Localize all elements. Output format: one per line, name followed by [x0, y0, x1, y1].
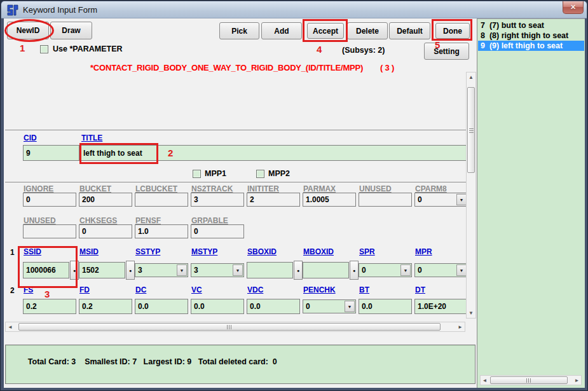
- pick-button[interactable]: Pick: [219, 22, 259, 39]
- mstyp-header-link[interactable]: MSTYP: [191, 247, 217, 256]
- form-horizontal-scrollbar[interactable]: ◄ ►: [5, 322, 465, 332]
- grpable-input[interactable]: [191, 224, 244, 238]
- chksegs-input[interactable]: [79, 224, 132, 238]
- mboxid-header-link[interactable]: MBOXID: [303, 247, 334, 256]
- pensf-header-link[interactable]: PENSF: [135, 216, 161, 225]
- fd-header-link[interactable]: FD: [79, 285, 90, 294]
- ignore-input[interactable]: [23, 193, 76, 207]
- inititer-header-link[interactable]: INITITER: [247, 184, 279, 193]
- done-button[interactable]: Done: [435, 23, 470, 39]
- scroll-right-icon[interactable]: ►: [456, 322, 465, 331]
- unused-header-link[interactable]: UNUSED: [359, 184, 392, 193]
- vdc-header-link[interactable]: VDC: [247, 285, 263, 294]
- pensf-input[interactable]: [135, 224, 188, 238]
- title-input[interactable]: [80, 145, 467, 161]
- sboxid-pick-dot-button[interactable]: ●: [294, 261, 303, 280]
- mstyp-dropdown[interactable]: 3 ▼: [191, 263, 244, 277]
- chevron-down-icon[interactable]: ▼: [400, 264, 411, 276]
- newid-button[interactable]: NewID: [7, 22, 49, 39]
- scroll-up-icon[interactable]: ▲: [467, 72, 475, 82]
- inititer-input[interactable]: [247, 193, 300, 207]
- mpp2-checkbox[interactable]: [256, 170, 264, 178]
- ignore-header-link[interactable]: IGNORE: [24, 184, 53, 193]
- unused2-input[interactable]: [23, 224, 76, 238]
- bt-header-link[interactable]: BT: [359, 285, 369, 294]
- cparm8-dropdown[interactable]: 0 ▼: [414, 193, 468, 207]
- sboxid-header-link[interactable]: SBOXID: [247, 247, 277, 256]
- fs-input[interactable]: [23, 299, 76, 314]
- ssid-header-link[interactable]: SSID: [24, 247, 41, 256]
- mpr-header-link[interactable]: MPR: [415, 247, 432, 256]
- bucket-header-link[interactable]: BUCKET: [79, 184, 111, 193]
- chevron-down-icon[interactable]: ▼: [233, 264, 243, 276]
- dc-input[interactable]: [135, 299, 188, 314]
- ssid-pick-dot-button[interactable]: ●: [70, 261, 79, 280]
- ns2track-input[interactable]: [191, 193, 244, 207]
- chksegs-header-link[interactable]: CHKSEGS: [79, 216, 117, 225]
- msid-input[interactable]: [79, 262, 125, 278]
- sstyp-dropdown[interactable]: 3 ▼: [135, 263, 188, 277]
- close-button[interactable]: ✕: [563, 1, 584, 14]
- mpp1-checkbox[interactable]: [193, 170, 201, 178]
- ns2track-header-link[interactable]: NS2TRACK: [191, 184, 233, 193]
- vdc-input[interactable]: [247, 299, 300, 314]
- unused-input[interactable]: [359, 193, 412, 207]
- spr-header-link[interactable]: SPR: [359, 247, 375, 256]
- default-button[interactable]: Default: [389, 22, 430, 39]
- list-horizontal-scrollbar[interactable]: ◄ ►: [480, 375, 582, 385]
- spr-dropdown[interactable]: 0 ▼: [359, 263, 412, 277]
- chevron-down-icon[interactable]: ▼: [456, 194, 467, 205]
- chevron-down-icon[interactable]: ▼: [177, 264, 187, 276]
- horizontal-scroll-thumb[interactable]: [18, 323, 441, 331]
- msid-pick-dot-button[interactable]: ●: [126, 261, 135, 280]
- unused2-header-link[interactable]: UNUSED: [24, 216, 56, 225]
- setting-button[interactable]: Setting: [424, 43, 469, 60]
- lcbucket-header-link[interactable]: LCBUCKET: [135, 184, 177, 193]
- grpable-header-link[interactable]: GRPABLE: [191, 216, 228, 225]
- title-header-link[interactable]: TITLE: [81, 134, 102, 142]
- sstyp-header-link[interactable]: SSTYP: [135, 247, 160, 256]
- chevron-down-icon[interactable]: ▼: [456, 264, 467, 276]
- list-item-8[interactable]: 8 (8) right thigh to seat: [478, 31, 584, 41]
- title-bar[interactable]: Keyword Input Form ✕: [1, 1, 587, 18]
- cid-header-link[interactable]: CID: [24, 134, 37, 142]
- dt-header-link[interactable]: DT: [415, 285, 425, 294]
- scroll-right-icon[interactable]: ►: [573, 376, 581, 385]
- penchk-header-link[interactable]: PENCHK: [303, 285, 336, 294]
- list-item-7[interactable]: 7 (7) butt to seat: [478, 20, 584, 31]
- mboxid-pick-dot-button[interactable]: ●: [350, 261, 359, 280]
- parmax-header-link[interactable]: PARMAX: [303, 184, 336, 193]
- parmax-input[interactable]: [303, 193, 356, 207]
- dc-header-link[interactable]: DC: [135, 285, 146, 294]
- vc-input[interactable]: [191, 299, 244, 314]
- scroll-down-icon[interactable]: ▼: [467, 308, 475, 318]
- dt-input[interactable]: [414, 299, 468, 314]
- vertical-scroll-thumb[interactable]: [467, 87, 475, 173]
- list-item-9-selected[interactable]: 9 (9) left thigh to seat: [478, 41, 584, 51]
- delete-button[interactable]: Delete: [347, 22, 388, 39]
- fs-header-link[interactable]: FS: [24, 285, 33, 294]
- bucket-input[interactable]: [79, 193, 132, 207]
- sboxid-input[interactable]: [247, 262, 293, 278]
- draw-button[interactable]: Draw: [50, 22, 92, 39]
- scroll-left-icon[interactable]: ◄: [481, 376, 489, 385]
- use-parameter-checkbox[interactable]: [40, 45, 48, 53]
- lcbucket-input[interactable]: [135, 193, 188, 207]
- keyword-list[interactable]: 7 (7) butt to seat 8 (8) right thigh to …: [478, 20, 584, 51]
- penchk-dropdown[interactable]: 0 ▼: [303, 299, 356, 313]
- mpr-dropdown[interactable]: 0 ▼: [414, 263, 468, 277]
- accept-button[interactable]: Accept: [307, 23, 344, 39]
- fd-input[interactable]: [79, 299, 132, 314]
- vc-header-link[interactable]: VC: [191, 285, 202, 294]
- scroll-left-icon[interactable]: ◄: [6, 322, 15, 331]
- ssid-input[interactable]: [23, 262, 69, 278]
- cparm8-header-link[interactable]: CPARM8: [415, 184, 447, 193]
- bt-input[interactable]: [359, 299, 412, 314]
- mboxid-input[interactable]: [303, 262, 349, 278]
- chevron-down-icon[interactable]: ▼: [345, 301, 355, 312]
- horizontal-scroll-thumb[interactable]: [490, 376, 568, 384]
- cid-input[interactable]: [23, 145, 79, 161]
- add-button[interactable]: Add: [261, 22, 302, 39]
- msid-header-link[interactable]: MSID: [79, 247, 99, 256]
- form-vertical-scrollbar[interactable]: ▲ ▼: [466, 72, 476, 319]
